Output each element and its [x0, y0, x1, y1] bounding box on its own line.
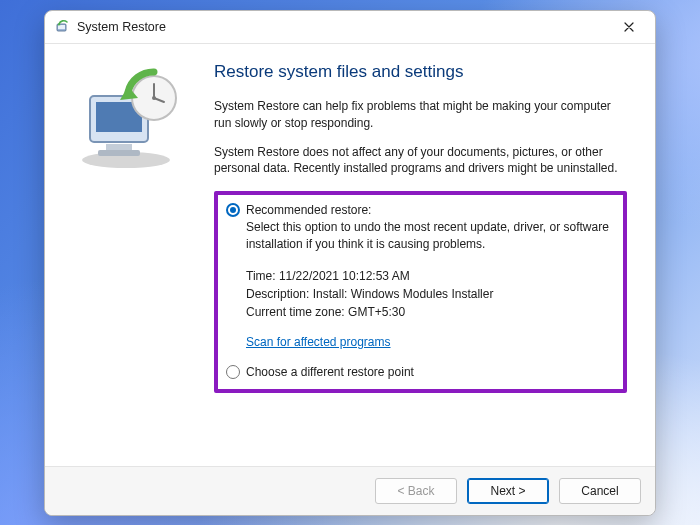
recommended-restore-description: Select this option to undo the most rece… — [246, 219, 613, 253]
window-title: System Restore — [77, 20, 166, 34]
desktop-background: System Restore — [0, 0, 700, 525]
svg-rect-6 — [106, 144, 132, 150]
restore-description-label: Description: — [246, 287, 309, 301]
intro-paragraph-1: System Restore can help fix problems tha… — [214, 98, 627, 132]
intro-paragraph-2: System Restore does not affect any of yo… — [214, 144, 627, 178]
dialog-body: Restore system files and settings System… — [45, 43, 655, 467]
titlebar: System Restore — [45, 11, 655, 43]
restore-time-label: Time: — [246, 269, 276, 283]
cancel-button[interactable]: Cancel — [559, 478, 641, 504]
system-restore-artwork — [68, 62, 188, 172]
restore-timezone-label: Current time zone: — [246, 305, 345, 319]
next-button[interactable]: Next > — [467, 478, 549, 504]
page-heading: Restore system files and settings — [214, 62, 627, 82]
radio-unchecked-icon — [226, 365, 240, 379]
back-button: < Back — [375, 478, 457, 504]
system-restore-icon — [55, 19, 71, 35]
radio-checked-icon — [226, 203, 240, 217]
restore-description-value: Install: Windows Modules Installer — [313, 287, 494, 301]
system-restore-dialog: System Restore — [44, 10, 656, 516]
different-restore-point-label: Choose a different restore point — [246, 365, 414, 379]
svg-rect-1 — [58, 25, 65, 29]
restore-time-line: Time: 11/22/2021 10:12:53 AM — [246, 269, 613, 283]
restore-description-line: Description: Install: Windows Modules In… — [246, 287, 613, 301]
recommended-restore-option[interactable]: Recommended restore: — [226, 203, 613, 217]
restore-time-value: 11/22/2021 10:12:53 AM — [279, 269, 410, 283]
svg-rect-7 — [98, 150, 140, 156]
options-highlight-box: Recommended restore: Select this option … — [214, 191, 627, 393]
different-restore-point-option[interactable]: Choose a different restore point — [226, 365, 613, 379]
restore-timezone-line: Current time zone: GMT+5:30 — [246, 305, 613, 319]
close-button[interactable] — [611, 13, 647, 41]
restore-timezone-value: GMT+5:30 — [348, 305, 405, 319]
sidebar — [45, 44, 210, 466]
dialog-footer: < Back Next > Cancel — [45, 467, 655, 515]
restore-point-details: Time: 11/22/2021 10:12:53 AM Description… — [246, 269, 613, 323]
close-icon — [624, 22, 634, 32]
recommended-restore-label: Recommended restore: — [246, 203, 371, 217]
scan-affected-programs-link[interactable]: Scan for affected programs — [246, 335, 613, 349]
content-pane: Restore system files and settings System… — [210, 44, 655, 466]
